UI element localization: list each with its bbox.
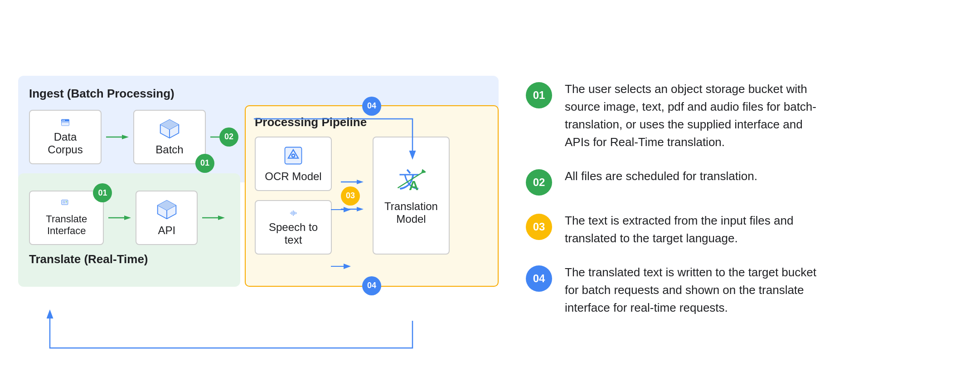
speech-icon (281, 208, 305, 217)
badge-03: 03 (341, 186, 360, 206)
step-text-02: All files are scheduled for translation. (565, 167, 757, 185)
ingest-label: Ingest (Batch Processing) (29, 87, 488, 101)
svg-text:G: G (63, 200, 65, 204)
batch-label: Batch (155, 143, 183, 156)
svg-marker-45 (421, 169, 426, 173)
step-item-03: 03 The text is extracted from the input … (526, 212, 962, 247)
pipeline-label: Processing Pipeline (255, 115, 489, 129)
translate-interface-node: G T Translate Interface 01 (29, 191, 104, 245)
svg-point-32 (292, 155, 294, 157)
step-item-04: 04 The translated text is written to the… (526, 264, 962, 317)
step-item-02: 02 All files are scheduled for translati… (526, 167, 962, 196)
diagram-area: Ingest (Batch Processing) Data Corpus (18, 76, 499, 287)
svg-marker-21 (124, 216, 131, 220)
api-node: API (136, 191, 198, 245)
batch-icon (158, 118, 181, 140)
svg-marker-8 (122, 135, 129, 139)
steps-area: 01 The user selects an object storage bu… (526, 76, 962, 317)
translation-model-icon: 文 A (397, 166, 426, 195)
speech-to-text-label: Speech to text (265, 221, 322, 246)
translate-label: Translate (Real-Time) (29, 252, 229, 266)
speech-to-text-node: Speech to text (255, 200, 332, 255)
pipeline-box: Processing Pipeline OCR Model (245, 105, 499, 287)
step-text-01: The user selects an object storage bucke… (565, 80, 828, 151)
step-text-04: The translated text is written to the ta… (565, 264, 828, 317)
main-container: Ingest (Batch Processing) Data Corpus (18, 76, 962, 317)
badge-02: 02 (219, 127, 238, 147)
translate-section: G T Translate Interface 01 (18, 173, 240, 287)
translate-interface-label: Translate Interface (39, 213, 94, 237)
step-badge-04: 04 (526, 265, 552, 292)
ocr-model-node: OCR Model (255, 137, 332, 191)
api-icon (155, 199, 179, 220)
data-corpus-node: Data Corpus (29, 110, 102, 164)
svg-point-5 (62, 120, 63, 121)
step-item-01: 01 The user selects an object storage bu… (526, 80, 962, 151)
translation-model-label: Translation Model (383, 200, 440, 225)
step-badge-01: 01 (526, 82, 552, 108)
step-badge-03: 03 (526, 214, 552, 240)
ocr-model-label: OCR Model (265, 170, 321, 183)
badge-04-bottom: 04 (362, 276, 381, 295)
svg-text:T: T (65, 201, 67, 204)
svg-marker-28 (218, 216, 225, 220)
data-corpus-icon (53, 118, 77, 127)
arrow-translate-api (104, 213, 136, 222)
svg-marker-39 (357, 180, 364, 184)
step-badge-02: 02 (526, 169, 552, 196)
step-text-03: The text is extracted from the input fil… (565, 212, 828, 247)
ocr-icon (281, 145, 305, 167)
translate-interface-icon: G T (55, 199, 78, 210)
translation-model-node: 文 A Translation Model (373, 137, 450, 255)
arrow-corpus-batch (102, 132, 133, 142)
api-label: API (158, 224, 175, 237)
arrow-api-pipeline (198, 213, 229, 222)
batch-node: Batch 01 (133, 110, 206, 164)
data-corpus-label: Data Corpus (39, 131, 92, 156)
badge-01-ingest: 01 (195, 154, 214, 173)
badge-04-top: 04 (362, 97, 381, 116)
badge-01-translate: 01 (93, 183, 112, 202)
svg-point-6 (64, 120, 65, 121)
svg-marker-41 (357, 207, 364, 211)
